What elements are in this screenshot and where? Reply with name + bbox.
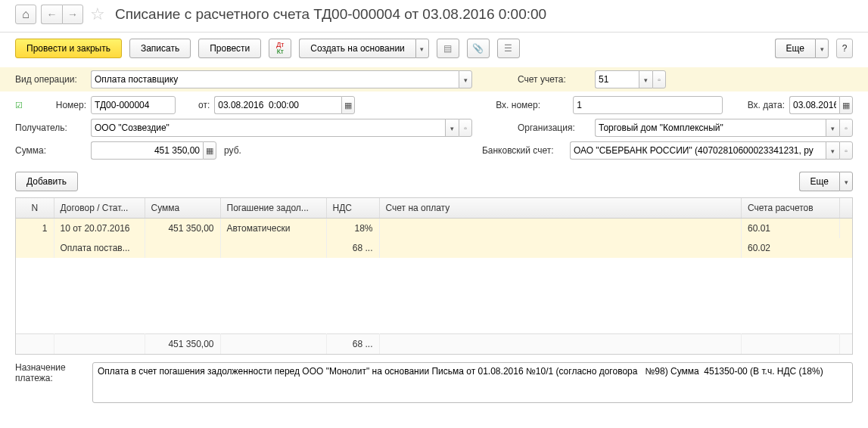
home-button[interactable] bbox=[15, 5, 36, 24]
sum-input[interactable] bbox=[91, 141, 203, 160]
add-button[interactable]: Добавить bbox=[15, 172, 78, 191]
recipient-label: Получатель: bbox=[15, 123, 86, 133]
chevron-down-icon bbox=[845, 176, 848, 187]
account-label: Счет учета: bbox=[518, 74, 590, 85]
post-and-close-button[interactable]: Провести и закрыть bbox=[15, 39, 122, 58]
col-scroll bbox=[840, 198, 853, 219]
list-button[interactable] bbox=[497, 39, 520, 58]
rub-label: руб. bbox=[224, 145, 241, 156]
cell-n: 1 bbox=[16, 219, 54, 259]
in-number-label: Вх. номер: bbox=[496, 100, 568, 110]
col-repay[interactable]: Погашение задол... bbox=[220, 198, 326, 219]
bank-acc-dropdown[interactable] bbox=[826, 141, 839, 160]
doc-button[interactable] bbox=[437, 39, 459, 58]
col-invoice[interactable]: Счет на оплату bbox=[379, 198, 742, 219]
table-more-group: Еще bbox=[799, 172, 853, 191]
cell-invoice bbox=[379, 219, 742, 259]
chevron-down-icon bbox=[831, 124, 835, 132]
posted-icon bbox=[15, 100, 26, 110]
create-based-button[interactable]: Создать на основании bbox=[299, 39, 415, 58]
calendar-icon bbox=[344, 101, 352, 110]
total-vat: 68 ... bbox=[326, 333, 379, 354]
nav-group bbox=[41, 5, 83, 24]
back-button[interactable] bbox=[41, 5, 62, 24]
recipient-dropdown[interactable] bbox=[445, 119, 459, 137]
purpose-row: Назначение платежа: bbox=[0, 355, 868, 411]
more-group: Еще bbox=[775, 39, 829, 58]
create-based-dropdown[interactable] bbox=[415, 39, 429, 58]
calc-icon bbox=[206, 146, 213, 156]
help-button[interactable]: ? bbox=[836, 39, 853, 58]
forward-button[interactable] bbox=[62, 5, 83, 24]
recipient-input[interactable] bbox=[91, 119, 445, 137]
home-icon bbox=[22, 8, 30, 21]
total-sum: 451 350,00 bbox=[145, 333, 220, 354]
op-type-dropdown[interactable] bbox=[459, 70, 472, 88]
cell-acc-l1: 60.01 bbox=[742, 219, 840, 239]
col-sum[interactable]: Сумма bbox=[145, 198, 220, 219]
col-contract[interactable]: Договор / Стат... bbox=[54, 198, 145, 219]
bank-acc-label: Банковский счет: bbox=[482, 145, 565, 156]
page-title: Списание с расчетного счета ТД00-000004 … bbox=[115, 6, 546, 23]
cell-acc-l2: 60.02 bbox=[742, 238, 840, 258]
open-icon bbox=[658, 76, 661, 84]
in-date-label: Вх. дата: bbox=[748, 100, 785, 110]
date-input[interactable] bbox=[214, 96, 341, 114]
number-input[interactable] bbox=[91, 96, 176, 114]
more-dropdown[interactable] bbox=[815, 39, 829, 58]
account-dropdown[interactable] bbox=[639, 70, 652, 88]
sum-label: Сумма: bbox=[15, 145, 86, 156]
account-open[interactable] bbox=[652, 70, 666, 88]
doc-icon bbox=[443, 43, 452, 54]
table-row[interactable]: 1 10 от 20.07.2016 451 350,00 Автоматиче… bbox=[16, 219, 852, 239]
in-date-input[interactable] bbox=[789, 96, 839, 114]
cell-repay: Автоматически bbox=[220, 219, 326, 259]
header-bar: ☆ Списание с расчетного счета ТД00-00000… bbox=[0, 0, 868, 33]
bank-acc-open[interactable] bbox=[839, 141, 853, 160]
sum-calc[interactable] bbox=[203, 141, 216, 160]
chevron-down-icon bbox=[831, 147, 835, 155]
table-header-row: N Договор / Стат... Сумма Погашение задо… bbox=[16, 198, 852, 219]
col-n[interactable]: N bbox=[16, 198, 54, 219]
calendar-icon bbox=[842, 101, 850, 110]
col-vat[interactable]: НДС bbox=[326, 198, 379, 219]
in-number-input[interactable] bbox=[573, 96, 723, 114]
from-label: от: bbox=[198, 100, 210, 110]
chevron-down-icon bbox=[820, 43, 824, 54]
purpose-textarea[interactable] bbox=[92, 362, 853, 403]
number-label: Номер: bbox=[30, 100, 86, 110]
cell-contract-l2: Оплата постав... bbox=[54, 238, 145, 258]
chevron-down-icon bbox=[464, 76, 468, 84]
account-input[interactable] bbox=[595, 70, 639, 88]
recipient-open[interactable] bbox=[459, 119, 472, 137]
open-icon bbox=[845, 124, 848, 132]
table-more-dropdown[interactable] bbox=[839, 172, 853, 191]
cell-vat-l2: 68 ... bbox=[326, 238, 379, 258]
main-toolbar: Провести и закрыть Записать Провести ДтК… bbox=[0, 33, 868, 64]
org-input[interactable] bbox=[595, 119, 826, 137]
op-type-input[interactable] bbox=[91, 70, 459, 88]
table-more-button[interactable]: Еще bbox=[799, 172, 839, 191]
cell-sum: 451 350,00 bbox=[145, 219, 220, 259]
col-accounts[interactable]: Счета расчетов bbox=[742, 198, 840, 219]
write-button[interactable]: Записать bbox=[129, 39, 191, 58]
favorite-button[interactable]: ☆ bbox=[88, 5, 107, 24]
dtkt-button[interactable]: ДтКт bbox=[269, 39, 291, 58]
table-empty bbox=[16, 258, 852, 333]
org-open[interactable] bbox=[839, 119, 853, 137]
chevron-down-icon bbox=[420, 43, 424, 54]
cell-vat-l1: 18% bbox=[326, 219, 379, 239]
more-button[interactable]: Еще bbox=[775, 39, 815, 58]
org-label: Организация: bbox=[518, 123, 590, 133]
date-calendar[interactable] bbox=[341, 96, 355, 114]
arrow-right-icon bbox=[67, 8, 78, 20]
bank-acc-input[interactable] bbox=[570, 141, 826, 160]
post-button[interactable]: Провести bbox=[198, 39, 261, 58]
purpose-label: Назначение платежа: bbox=[15, 362, 86, 403]
org-dropdown[interactable] bbox=[826, 119, 839, 137]
in-date-calendar[interactable] bbox=[839, 96, 853, 114]
payments-table: N Договор / Стат... Сумма Погашение задо… bbox=[15, 197, 853, 355]
table-toolbar: Добавить Еще bbox=[0, 167, 868, 197]
table-footer: 451 350,00 68 ... bbox=[16, 333, 852, 354]
attach-button[interactable] bbox=[467, 39, 490, 58]
